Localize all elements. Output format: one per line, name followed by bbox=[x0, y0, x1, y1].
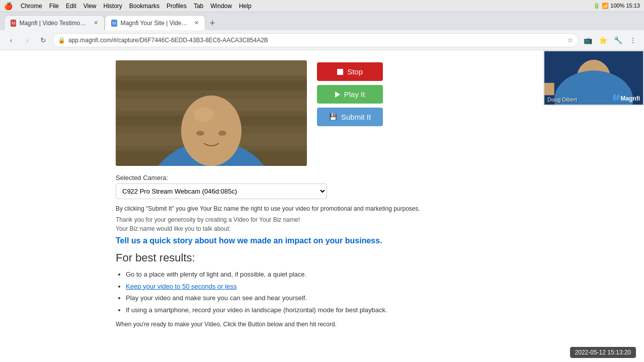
svg-point-11 bbox=[196, 131, 204, 136]
tab-2-label: Magnfi Your Site | Video To... bbox=[120, 20, 189, 27]
menu-tab[interactable]: Tab bbox=[194, 3, 203, 10]
stop-icon bbox=[337, 69, 343, 75]
menu-chrome[interactable]: Chrome bbox=[21, 3, 42, 10]
system-icons: 🔋 📶 100% 15:13 bbox=[593, 3, 640, 9]
menu-file[interactable]: File bbox=[49, 3, 59, 10]
menu-bookmarks[interactable]: Bookmarks bbox=[129, 3, 159, 10]
play-label: Play It bbox=[344, 90, 365, 99]
macos-menubar: 🍎 Chrome File Edit View History Bookmark… bbox=[0, 0, 644, 12]
tab-2-close[interactable]: ✕ bbox=[194, 20, 199, 26]
svg-rect-1 bbox=[116, 60, 307, 75]
story-heading: Tell us a quick story about how we made … bbox=[116, 236, 528, 245]
svg-rect-2 bbox=[116, 80, 307, 90]
tips-list: Go to a place with plenty of light and, … bbox=[116, 269, 528, 315]
thanks-text: Thank you for your generosity by creatin… bbox=[116, 216, 528, 223]
camera-section: Selected Camera: C922 Pro Stream Webcam … bbox=[116, 174, 528, 199]
tab-2-favicon: M bbox=[111, 20, 117, 27]
url-text: app.magnfi.com/#/capture/D6F7446C-6EDD-4… bbox=[68, 37, 565, 44]
timestamp: 2022-05-12 15:13:20 bbox=[570, 347, 636, 358]
menu-window[interactable]: Window bbox=[210, 3, 232, 10]
tab-1[interactable]: M Magnfi | Video Testimonials M... ✕ bbox=[4, 15, 105, 30]
video-section: Magnfi Stop Play It 💾 Submit It bbox=[116, 60, 528, 166]
nav-bar: ‹ › ↻ 🔒 app.magnfi.com/#/capture/D6F7446… bbox=[0, 30, 644, 50]
address-bar[interactable]: 🔒 app.magnfi.com/#/capture/D6F7446C-6EDD… bbox=[52, 33, 579, 47]
main-container: Magnfi Stop Play It 💾 Submit It bbox=[106, 50, 538, 362]
svg-rect-16 bbox=[544, 83, 554, 96]
legal-text: By clicking "Submit It" you give Your Bi… bbox=[116, 205, 528, 212]
save-icon: 💾 bbox=[329, 113, 337, 121]
tip-1: Go to a place with plenty of light and, … bbox=[126, 269, 528, 280]
svg-point-12 bbox=[218, 131, 226, 136]
svg-point-9 bbox=[181, 96, 242, 166]
tip-4: If using a smartphone, record your video… bbox=[126, 305, 528, 315]
back-button[interactable]: ‹ bbox=[4, 33, 18, 47]
tab-bar: M Magnfi | Video Testimonials M... ✕ M M… bbox=[0, 12, 644, 30]
reload-button[interactable]: ↻ bbox=[36, 33, 50, 47]
tab-2[interactable]: M Magnfi Your Site | Video To... ✕ bbox=[105, 15, 205, 30]
camera-label: Selected Camera: bbox=[116, 174, 528, 182]
tip-2: Keep your video to 50 seconds or less bbox=[126, 282, 528, 292]
tip-2-link[interactable]: Keep your video to 50 seconds or less bbox=[126, 283, 236, 290]
stop-button[interactable]: Stop bbox=[317, 62, 383, 81]
bookmark-button[interactable]: ⭐ bbox=[596, 33, 610, 47]
video-player: Magnfi bbox=[116, 60, 307, 166]
menu-history[interactable]: History bbox=[104, 3, 122, 10]
menu-view[interactable]: View bbox=[84, 3, 97, 10]
results-heading: For best results: bbox=[116, 251, 528, 264]
svg-point-10 bbox=[194, 107, 214, 122]
lock-icon: 🔒 bbox=[58, 37, 65, 44]
submit-label: Submit It bbox=[341, 113, 371, 121]
menu-edit[interactable]: Edit bbox=[66, 3, 76, 10]
tab-1-close[interactable]: ✕ bbox=[94, 20, 98, 26]
tip-3: Play your video and make sure you can se… bbox=[126, 293, 528, 303]
page-content: Magnfi Stop Play It 💾 Submit It bbox=[0, 50, 644, 362]
star-icon[interactable]: ☆ bbox=[568, 37, 573, 44]
more-button[interactable]: ⋮ bbox=[626, 33, 640, 47]
pip-name: Doug Dibert bbox=[547, 97, 577, 103]
pip-logo: M Magnfi bbox=[612, 94, 640, 103]
biz-text: Your Biz name would like you to talk abo… bbox=[116, 225, 528, 232]
tab-1-label: Magnfi | Video Testimonials M... bbox=[19, 20, 89, 27]
pip-video: Doug Dibert M Magnfi bbox=[543, 50, 644, 106]
play-button[interactable]: Play It bbox=[317, 85, 383, 104]
extensions-button[interactable]: 🔧 bbox=[611, 33, 625, 47]
controls-section: Stop Play It 💾 Submit It bbox=[317, 60, 383, 126]
menu-profiles[interactable]: Profiles bbox=[167, 3, 187, 10]
cast-button[interactable]: 📺 bbox=[581, 33, 595, 47]
new-tab-button[interactable]: + bbox=[205, 16, 219, 30]
forward-button[interactable]: › bbox=[20, 33, 34, 47]
browser-window: M Magnfi | Video Testimonials M... ✕ M M… bbox=[0, 12, 644, 362]
menu-help[interactable]: Help bbox=[239, 3, 252, 10]
tab-1-favicon: M bbox=[11, 20, 16, 27]
camera-select[interactable]: C922 Pro Stream Webcam (046d:085c) bbox=[116, 184, 327, 199]
submit-button[interactable]: 💾 Submit It bbox=[317, 108, 383, 126]
play-icon bbox=[335, 92, 340, 98]
ready-text: When you're ready to make your Video, Cl… bbox=[116, 321, 528, 328]
stop-label: Stop bbox=[347, 67, 363, 76]
apple-menu[interactable]: 🍎 bbox=[4, 2, 13, 10]
